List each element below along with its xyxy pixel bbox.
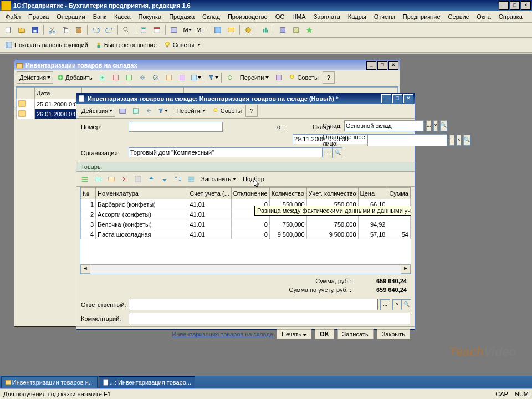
col-sum[interactable]: Сумма (387, 188, 411, 200)
save-button[interactable]: Записать (337, 329, 374, 339)
pick-button[interactable]: Подбор (240, 173, 267, 185)
resp-input[interactable] (367, 134, 447, 146)
task-button-2[interactable]: ...: Инвентаризация товаро... (99, 376, 195, 388)
close-doc-button[interactable]: Закрыть (377, 329, 410, 339)
menu-production[interactable]: Производство (224, 12, 271, 21)
cut-icon[interactable] (46, 24, 58, 36)
resp-clear-button[interactable]: × (457, 135, 461, 146)
list-add-button[interactable]: Добавить (54, 71, 95, 84)
row-down-icon[interactable] (158, 173, 171, 185)
row-up-icon[interactable] (145, 173, 157, 185)
restore-button[interactable]: □ (510, 1, 520, 10)
wh-clear-button[interactable]: × (433, 120, 437, 131)
list-tb-5[interactable] (150, 71, 162, 84)
tb1-icon-i[interactable] (290, 24, 302, 36)
paste-icon[interactable] (73, 24, 85, 36)
tb1-icon-f[interactable] (242, 24, 254, 36)
menu-file[interactable]: Файл (2, 12, 24, 21)
fill-button[interactable]: Заполнить (198, 173, 239, 185)
menu-reports[interactable]: Отчеты (371, 12, 398, 21)
doc-tb-4[interactable] (156, 105, 168, 117)
tb1-icon-j[interactable] (303, 24, 315, 36)
list-actions-button[interactable]: Действия (17, 71, 53, 84)
redo-icon[interactable] (103, 24, 115, 36)
menu-salary[interactable]: Зарплата (310, 12, 344, 21)
comment-input[interactable] (129, 313, 410, 324)
find-icon[interactable] (120, 24, 132, 36)
list-refresh-icon[interactable] (224, 71, 236, 84)
list-max-button[interactable]: □ (377, 61, 387, 70)
menu-warehouse[interactable]: Склад (199, 12, 223, 21)
row-edit-icon[interactable] (105, 173, 117, 185)
col-qty[interactable]: Количество (269, 188, 306, 200)
doc-tb-3[interactable] (143, 105, 155, 117)
responsible-input[interactable] (129, 299, 378, 310)
wh-open-button[interactable]: 🔍 (440, 120, 447, 131)
open-icon[interactable] (16, 24, 28, 36)
menu-bank[interactable]: Банк (90, 12, 110, 21)
minimize-button[interactable]: _ (499, 1, 509, 10)
menu-os[interactable]: ОС (272, 12, 288, 21)
list-tb-2[interactable] (110, 71, 122, 84)
list-tips-button[interactable]: Советы (286, 71, 321, 84)
menu-cash[interactable]: Касса (111, 12, 134, 21)
show-panel-button[interactable]: Показать панель функций (2, 39, 91, 51)
col-n[interactable]: № (81, 188, 96, 200)
col-aqty[interactable]: Учет. количество (306, 188, 358, 200)
tab-goods[interactable]: Товары (76, 162, 415, 172)
list-tb-6[interactable] (163, 71, 175, 84)
doc-actions-button[interactable]: Действия (79, 105, 115, 117)
doc-tb-2[interactable] (130, 105, 142, 117)
calc-icon[interactable] (137, 24, 150, 36)
resp-select-button[interactable]: ... (449, 135, 455, 146)
org-input[interactable] (129, 147, 323, 157)
list-tb-4[interactable] (136, 71, 149, 84)
menu-edit[interactable]: Правка (25, 12, 52, 21)
ok-button[interactable]: OK (315, 329, 334, 339)
print-button[interactable]: Печать (277, 329, 311, 339)
wh-select-button[interactable]: ... (426, 120, 432, 131)
menu-windows[interactable]: Окна (473, 12, 494, 21)
table-row[interactable]: 4Паста шоколадная41.0109 500,0009 500,00… (81, 229, 411, 239)
doc-help-button[interactable]: ? (245, 105, 258, 117)
doc-tips-button[interactable]: Советы (209, 105, 244, 117)
list-help-button[interactable]: ? (323, 71, 335, 84)
save-icon[interactable] (29, 24, 41, 36)
doc-min-button[interactable]: _ (381, 94, 391, 103)
h-scrollbar[interactable]: ◄► (80, 264, 411, 274)
doc-go-button[interactable]: Перейти (173, 105, 208, 117)
fast-learn-button[interactable]: Быстрое освоение (92, 39, 160, 51)
col-price[interactable]: Цена (358, 188, 387, 200)
org-select-button[interactable]: ... (323, 147, 332, 158)
row-sort2-icon[interactable] (185, 173, 197, 185)
table-row[interactable]: 3Белочка (конфеты)41.010750,000750,00094… (81, 219, 411, 229)
menu-nma[interactable]: НМА (289, 12, 309, 21)
doc-max-button[interactable]: □ (392, 94, 402, 103)
tb1-icon-b[interactable]: M (181, 24, 193, 36)
tb1-icon-a[interactable] (168, 24, 180, 36)
menu-purchase[interactable]: Покупка (135, 12, 165, 21)
tb1-icon-d[interactable] (212, 24, 224, 36)
menu-operations[interactable]: Операции (53, 12, 88, 21)
close-button[interactable]: × (521, 1, 531, 10)
doc-tb-1[interactable] (116, 105, 129, 117)
row-sort-icon[interactable] (172, 173, 184, 185)
print-form-link[interactable]: Инвентаризация товаров на складе (172, 331, 273, 337)
menu-help[interactable]: Справка (495, 12, 526, 21)
list-close-button[interactable]: × (388, 61, 398, 70)
list-tb-8[interactable] (190, 71, 202, 84)
task-button-1[interactable]: Инвентаризации товаров н... (1, 376, 98, 388)
tb1-icon-c[interactable]: M+ (195, 24, 207, 36)
row-del-icon[interactable] (119, 173, 131, 185)
row-copy-icon[interactable] (92, 173, 104, 185)
menu-sale[interactable]: Продажа (166, 12, 198, 21)
warehouse-input[interactable] (344, 120, 424, 131)
list-tb-1[interactable] (96, 71, 109, 84)
row-end-icon[interactable] (132, 173, 144, 185)
menu-enterprise[interactable]: Предприятие (400, 12, 444, 21)
resp-open-button[interactable]: 🔍 (463, 135, 470, 146)
new-doc-icon[interactable] (2, 24, 14, 36)
calendar-icon[interactable] (151, 24, 163, 36)
list-tb-7[interactable] (176, 71, 188, 84)
list-go-button[interactable]: Перейти (237, 71, 272, 84)
